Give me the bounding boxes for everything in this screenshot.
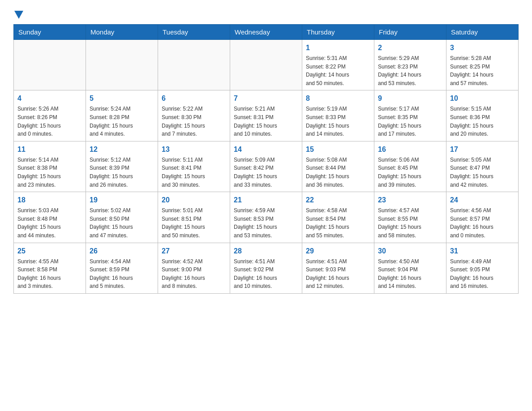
- day-number: 30: [378, 246, 442, 257]
- day-info: Sunrise: 5:22 AMSunset: 8:30 PMDaylight:…: [162, 105, 226, 138]
- day-number: 10: [450, 93, 515, 104]
- day-number: 3: [450, 43, 515, 53]
- calendar-cell: [86, 40, 158, 90]
- day-info: Sunrise: 4:52 AMSunset: 9:00 PMDaylight:…: [162, 257, 226, 291]
- calendar-cell: 29Sunrise: 4:51 AMSunset: 9:03 PMDayligh…: [302, 243, 374, 293]
- day-info: Sunrise: 4:58 AMSunset: 8:54 PMDaylight:…: [306, 206, 370, 240]
- calendar-cell: 17Sunrise: 5:05 AMSunset: 8:47 PMDayligh…: [446, 141, 519, 192]
- day-info: Sunrise: 5:15 AMSunset: 8:36 PMDaylight:…: [450, 105, 515, 138]
- calendar-cell: [230, 40, 302, 90]
- calendar-cell: 28Sunrise: 4:51 AMSunset: 9:02 PMDayligh…: [230, 243, 302, 293]
- calendar-cell: 12Sunrise: 5:12 AMSunset: 8:39 PMDayligh…: [86, 141, 158, 192]
- day-number: 25: [17, 246, 82, 257]
- day-number: 17: [450, 144, 515, 155]
- calendar-cell: 30Sunrise: 4:50 AMSunset: 9:04 PMDayligh…: [374, 243, 446, 293]
- day-info: Sunrise: 4:51 AMSunset: 9:03 PMDaylight:…: [306, 257, 370, 291]
- page-header: [13, 9, 519, 17]
- day-info: Sunrise: 4:51 AMSunset: 9:02 PMDaylight:…: [234, 257, 298, 291]
- day-info: Sunrise: 5:02 AMSunset: 8:50 PMDaylight:…: [90, 206, 154, 240]
- day-number: 27: [162, 246, 226, 257]
- calendar-table: SundayMondayTuesdayWednesdayThursdayFrid…: [13, 24, 519, 294]
- calendar-cell: 7Sunrise: 5:21 AMSunset: 8:31 PMDaylight…: [230, 90, 302, 141]
- day-number: 16: [378, 144, 442, 155]
- calendar-header-row: SundayMondayTuesdayWednesdayThursdayFrid…: [14, 25, 519, 40]
- logo-triangle-icon: [14, 11, 23, 19]
- day-number: 11: [17, 144, 82, 155]
- weekday-header-saturday: Saturday: [446, 25, 519, 40]
- day-number: 14: [234, 144, 298, 155]
- day-number: 4: [17, 93, 82, 104]
- day-number: 23: [378, 195, 442, 206]
- weekday-header-sunday: Sunday: [14, 25, 86, 40]
- day-number: 28: [234, 246, 298, 257]
- day-info: Sunrise: 4:55 AMSunset: 8:58 PMDaylight:…: [17, 257, 82, 291]
- calendar-cell: 23Sunrise: 4:57 AMSunset: 8:55 PMDayligh…: [374, 192, 446, 243]
- calendar-week-4: 18Sunrise: 5:03 AMSunset: 8:48 PMDayligh…: [14, 192, 519, 243]
- day-number: 22: [306, 195, 370, 206]
- calendar-cell: 15Sunrise: 5:08 AMSunset: 8:44 PMDayligh…: [302, 141, 374, 192]
- weekday-header-wednesday: Wednesday: [230, 25, 302, 40]
- day-info: Sunrise: 5:28 AMSunset: 8:25 PMDaylight:…: [450, 54, 515, 87]
- day-info: Sunrise: 5:01 AMSunset: 8:51 PMDaylight:…: [162, 206, 226, 240]
- calendar-week-1: 1Sunrise: 5:31 AMSunset: 8:22 PMDaylight…: [14, 40, 519, 90]
- calendar-cell: 6Sunrise: 5:22 AMSunset: 8:30 PMDaylight…: [158, 90, 230, 141]
- calendar-week-3: 11Sunrise: 5:14 AMSunset: 8:38 PMDayligh…: [14, 141, 519, 192]
- weekday-header-thursday: Thursday: [302, 25, 374, 40]
- day-info: Sunrise: 5:11 AMSunset: 8:41 PMDaylight:…: [162, 156, 226, 189]
- day-info: Sunrise: 4:49 AMSunset: 9:05 PMDaylight:…: [450, 257, 515, 291]
- day-info: Sunrise: 5:17 AMSunset: 8:35 PMDaylight:…: [378, 105, 442, 138]
- calendar-cell: 8Sunrise: 5:19 AMSunset: 8:33 PMDaylight…: [302, 90, 374, 141]
- calendar-cell: 11Sunrise: 5:14 AMSunset: 8:38 PMDayligh…: [14, 141, 86, 192]
- calendar-cell: 26Sunrise: 4:54 AMSunset: 8:59 PMDayligh…: [86, 243, 158, 293]
- day-info: Sunrise: 4:59 AMSunset: 8:53 PMDaylight:…: [234, 206, 298, 240]
- calendar-cell: 22Sunrise: 4:58 AMSunset: 8:54 PMDayligh…: [302, 192, 374, 243]
- day-number: 8: [306, 93, 370, 104]
- day-number: 18: [17, 195, 82, 206]
- calendar-cell: 4Sunrise: 5:26 AMSunset: 8:26 PMDaylight…: [14, 90, 86, 141]
- calendar-cell: [14, 40, 86, 90]
- calendar-cell: 2Sunrise: 5:29 AMSunset: 8:23 PMDaylight…: [374, 40, 446, 90]
- day-info: Sunrise: 5:12 AMSunset: 8:39 PMDaylight:…: [90, 156, 154, 189]
- day-number: 21: [234, 195, 298, 206]
- calendar-cell: 9Sunrise: 5:17 AMSunset: 8:35 PMDaylight…: [374, 90, 446, 141]
- day-info: Sunrise: 4:54 AMSunset: 8:59 PMDaylight:…: [90, 257, 154, 291]
- day-info: Sunrise: 5:31 AMSunset: 8:22 PMDaylight:…: [306, 54, 370, 87]
- day-number: 9: [378, 93, 442, 104]
- calendar-cell: 19Sunrise: 5:02 AMSunset: 8:50 PMDayligh…: [86, 192, 158, 243]
- day-number: 7: [234, 93, 298, 104]
- day-info: Sunrise: 5:06 AMSunset: 8:45 PMDaylight:…: [378, 156, 442, 189]
- logo: [13, 9, 24, 17]
- calendar-cell: 24Sunrise: 4:56 AMSunset: 8:57 PMDayligh…: [446, 192, 519, 243]
- day-number: 5: [90, 93, 154, 104]
- day-info: Sunrise: 4:56 AMSunset: 8:57 PMDaylight:…: [450, 206, 515, 240]
- calendar-cell: 5Sunrise: 5:24 AMSunset: 8:28 PMDaylight…: [86, 90, 158, 141]
- day-info: Sunrise: 5:09 AMSunset: 8:42 PMDaylight:…: [234, 156, 298, 189]
- day-info: Sunrise: 5:14 AMSunset: 8:38 PMDaylight:…: [17, 156, 82, 189]
- day-number: 6: [162, 93, 226, 104]
- calendar-week-2: 4Sunrise: 5:26 AMSunset: 8:26 PMDaylight…: [14, 90, 519, 141]
- day-number: 20: [162, 195, 226, 206]
- weekday-header-tuesday: Tuesday: [158, 25, 230, 40]
- weekday-header-friday: Friday: [374, 25, 446, 40]
- day-info: Sunrise: 5:26 AMSunset: 8:26 PMDaylight:…: [17, 105, 82, 138]
- day-info: Sunrise: 4:57 AMSunset: 8:55 PMDaylight:…: [378, 206, 442, 240]
- day-number: 19: [90, 195, 154, 206]
- calendar-cell: 13Sunrise: 5:11 AMSunset: 8:41 PMDayligh…: [158, 141, 230, 192]
- day-info: Sunrise: 5:08 AMSunset: 8:44 PMDaylight:…: [306, 156, 370, 189]
- calendar-cell: 1Sunrise: 5:31 AMSunset: 8:22 PMDaylight…: [302, 40, 374, 90]
- calendar-cell: 21Sunrise: 4:59 AMSunset: 8:53 PMDayligh…: [230, 192, 302, 243]
- day-info: Sunrise: 5:19 AMSunset: 8:33 PMDaylight:…: [306, 105, 370, 138]
- day-number: 26: [90, 246, 154, 257]
- day-info: Sunrise: 5:03 AMSunset: 8:48 PMDaylight:…: [17, 206, 82, 240]
- calendar-cell: 14Sunrise: 5:09 AMSunset: 8:42 PMDayligh…: [230, 141, 302, 192]
- day-number: 24: [450, 195, 515, 206]
- day-number: 15: [306, 144, 370, 155]
- day-info: Sunrise: 5:24 AMSunset: 8:28 PMDaylight:…: [90, 105, 154, 138]
- day-info: Sunrise: 5:29 AMSunset: 8:23 PMDaylight:…: [378, 54, 442, 87]
- calendar-cell: 31Sunrise: 4:49 AMSunset: 9:05 PMDayligh…: [446, 243, 519, 293]
- day-number: 12: [90, 144, 154, 155]
- weekday-header-monday: Monday: [86, 25, 158, 40]
- calendar-cell: 27Sunrise: 4:52 AMSunset: 9:00 PMDayligh…: [158, 243, 230, 293]
- calendar-cell: 10Sunrise: 5:15 AMSunset: 8:36 PMDayligh…: [446, 90, 519, 141]
- day-info: Sunrise: 4:50 AMSunset: 9:04 PMDaylight:…: [378, 257, 442, 291]
